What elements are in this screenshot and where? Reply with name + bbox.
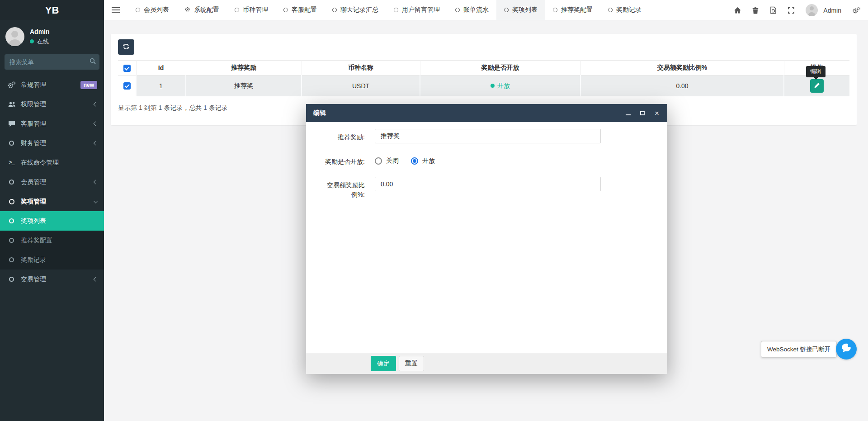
sidebar-item-member-mgmt[interactable]: 会员管理 — [0, 172, 104, 192]
sidebar-item-award-mgmt[interactable]: 奖项管理 — [0, 192, 104, 211]
modal-header[interactable]: 编辑 × — [306, 104, 667, 122]
tab-member-list[interactable]: 会员列表 — [128, 0, 177, 20]
radio-close[interactable] — [375, 157, 382, 165]
chevron-left-icon — [94, 141, 98, 146]
tab-system-config[interactable]: 系统配置 — [177, 0, 227, 20]
user-panel: Admin 在线 — [0, 20, 104, 51]
maximize-icon[interactable] — [639, 110, 646, 116]
tab-label: 账单流水 — [463, 6, 489, 14]
sidebar-item-trade-mgmt[interactable]: 交易管理 — [0, 270, 104, 289]
navbar-avatar[interactable] — [806, 4, 818, 16]
app-logo[interactable]: YB — [0, 0, 104, 20]
column-header-ratio[interactable]: 交易额奖励比例% — [580, 61, 784, 76]
sidebar-item-label: 客服管理 — [21, 120, 46, 128]
trash-icon[interactable] — [752, 7, 759, 14]
tab-referral-config[interactable]: 推荐奖配置 — [545, 0, 600, 20]
tab-label: 奖励记录 — [616, 6, 642, 14]
home-icon[interactable] — [734, 7, 741, 14]
sidebar-item-support-mgmt[interactable]: 客服管理 — [0, 114, 104, 133]
tab-chat-summary[interactable]: 聊天记录汇总 — [325, 0, 386, 20]
tab-user-message-mgmt[interactable]: 用户留言管理 — [386, 0, 448, 20]
sidebar: YB Admin 在线 常规管理 new 权限管理 — [0, 0, 104, 421]
circle-icon — [7, 199, 16, 204]
sidebar-item-general-mgmt[interactable]: 常规管理 new — [0, 75, 104, 95]
column-header-reward[interactable]: 推荐奖励 — [186, 61, 302, 76]
sidebar-item-reward-records[interactable]: 奖励记录 — [0, 250, 104, 270]
sidebar-item-label: 权限管理 — [21, 100, 46, 109]
sidebar-item-label: 财务管理 — [21, 139, 46, 147]
sidebar-item-award-list[interactable]: 奖项列表 — [0, 211, 104, 231]
trade-ratio-input[interactable] — [375, 177, 601, 191]
circle-icon — [608, 8, 613, 12]
circle-icon — [7, 180, 16, 184]
cell-reward-name: 推荐奖 — [186, 76, 302, 96]
sidebar-item-online-command[interactable]: >_ 在线命令管理 — [0, 153, 104, 172]
sidebar-item-referral-config[interactable]: 推荐奖配置 — [0, 231, 104, 250]
circle-icon — [7, 277, 16, 282]
search-input[interactable] — [9, 59, 90, 66]
sidebar-search — [5, 54, 99, 70]
user-status-label: 在线 — [37, 38, 49, 46]
tab-label: 客服配置 — [292, 6, 317, 14]
tab-bill-flow[interactable]: 账单流水 — [448, 0, 496, 20]
top-navbar: 会员列表 系统配置 币种管理 客服配置 聊天记录汇总 用户留言管理 账单流水 — [104, 0, 868, 20]
circle-icon — [7, 218, 16, 223]
reset-button[interactable]: 重置 — [399, 356, 424, 371]
tab-reward-records[interactable]: 奖励记录 — [600, 0, 649, 20]
circle-icon — [283, 8, 288, 12]
user-name: Admin — [30, 28, 50, 35]
chat-icon — [7, 120, 16, 127]
circle-icon — [7, 257, 16, 262]
circle-icon — [332, 8, 337, 12]
confirm-button[interactable]: 确定 — [371, 356, 396, 371]
circle-icon — [394, 8, 398, 12]
tab-label: 奖项列表 — [512, 6, 538, 14]
column-header-coin[interactable]: 币种名称 — [302, 61, 420, 76]
column-header-status[interactable]: 奖励是否开放 — [420, 61, 580, 76]
sidebar-item-label: 奖励记录 — [21, 256, 46, 264]
radio-open[interactable] — [411, 157, 418, 165]
reward-name-input[interactable] — [375, 129, 601, 143]
websocket-status-tooltip: WebSocket 链接已断开 — [761, 341, 837, 358]
hamburger-menu-icon[interactable] — [112, 6, 120, 14]
table-header-row: Id 推荐奖励 币种名称 奖励是否开放 交易额奖励比例% 操作 — [118, 61, 849, 76]
reward-open-radio-group: 关闭 开放 — [375, 153, 435, 165]
sidebar-item-label: 奖项列表 — [21, 217, 46, 225]
clear-cache-icon[interactable] — [769, 6, 777, 14]
gear-icon — [184, 6, 190, 14]
radio-open-label[interactable]: 开放 — [422, 157, 435, 165]
circle-icon — [235, 8, 239, 12]
navbar-username[interactable]: Admin — [823, 7, 841, 14]
users-icon — [7, 101, 16, 108]
tab-label: 推荐奖配置 — [561, 6, 593, 14]
user-status: 在线 — [30, 38, 50, 46]
sidebar-item-permission-mgmt[interactable]: 权限管理 — [0, 95, 104, 114]
sidebar-item-label: 常规管理 — [21, 81, 46, 89]
tab-label: 会员列表 — [144, 6, 169, 14]
sidebar-item-finance-mgmt[interactable]: 财务管理 — [0, 133, 104, 153]
tab-coin-mgmt[interactable]: 币种管理 — [227, 0, 276, 20]
gears-icon — [7, 81, 16, 89]
status-dot-icon — [491, 84, 495, 88]
minimize-icon[interactable] — [625, 110, 631, 116]
status-badge: 开放 — [491, 82, 510, 90]
radio-close-label[interactable]: 关闭 — [386, 157, 399, 165]
column-header-id[interactable]: Id — [136, 61, 186, 76]
fullscreen-icon[interactable] — [788, 7, 795, 14]
select-all-checkbox[interactable] — [123, 65, 131, 72]
tab-label: 用户留言管理 — [402, 6, 440, 14]
tab-award-list[interactable]: 奖项列表 — [496, 0, 545, 20]
cell-ratio: 0.00 — [580, 76, 784, 96]
circle-icon — [7, 141, 16, 146]
chat-widget-button[interactable] — [836, 339, 857, 360]
sidebar-item-label: 推荐奖配置 — [21, 237, 52, 245]
refresh-button[interactable] — [118, 39, 134, 55]
chevron-left-icon — [94, 277, 98, 282]
circle-icon — [553, 8, 557, 12]
chevron-left-icon — [94, 180, 98, 184]
tab-label: 系统配置 — [194, 6, 219, 14]
settings-gears-icon[interactable] — [852, 7, 861, 14]
row-checkbox[interactable] — [123, 82, 131, 90]
close-icon[interactable]: × — [654, 110, 660, 116]
tab-support-config[interactable]: 客服配置 — [276, 0, 325, 20]
